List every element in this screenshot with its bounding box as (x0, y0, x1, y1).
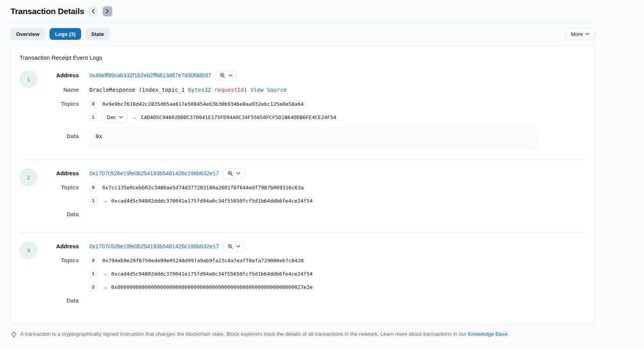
log-address-link[interactable]: 0x1707c526e19fe0b254193b5481426c196b632e… (89, 243, 219, 249)
topic-row: 1 Dec → CAD4D5C94802DDDC370041E175FD94A0… (37, 112, 585, 123)
chevron-down-icon (229, 74, 232, 77)
arrow-right-icon: → (132, 114, 137, 120)
log-index-badge: 3 (20, 241, 37, 259)
event-logs-card: Transaction Receipt Event Logs 1 Address… (11, 45, 594, 324)
tab-overview[interactable]: Overview (11, 28, 45, 40)
event-name: OracleResponse (index_topic_1 bytes32 re… (89, 87, 287, 93)
topic-row: 1 → 0xcad4d5c94802dddc370041e175fd94a0c3… (37, 268, 585, 279)
address-row: Address 0x1707c526e19fe0b254193b5481426c… (37, 167, 585, 179)
address-label: Address (37, 72, 79, 78)
data-row: Data (37, 295, 585, 306)
lightbulb-icon (11, 331, 17, 338)
more-button-label: More (571, 31, 583, 37)
chevron-down-icon (119, 116, 123, 118)
header-divider (11, 22, 594, 22)
tabs-bar: Overview Logs (3) State More (11, 28, 594, 40)
data-label: Data (37, 211, 79, 217)
log-badge-column: 3 (20, 240, 37, 309)
chevron-down-icon (236, 172, 240, 174)
log-index-badge: 2 (20, 168, 37, 186)
address-zoom-button[interactable] (223, 241, 245, 252)
topic-value: 0xcad4d5c94802dddc370041e175fd94a0c34f55… (111, 271, 313, 277)
transaction-details-page: Transaction Details Overview Logs (3) St… (0, 0, 644, 349)
topic-value: 0x00000000000000000000000000000000000000… (111, 284, 313, 290)
address-zoom-button[interactable] (215, 70, 237, 81)
footer-text: A transaction is a cryptographically sig… (20, 331, 509, 337)
arrow-right-icon: → (102, 284, 108, 290)
log-data-value: 0x (96, 133, 102, 139)
topic-value: CAD4D5C94802DDDC370041E175FD94A0C34F5565… (141, 114, 336, 120)
magnifier-plus-icon (227, 171, 233, 176)
view-source-link[interactable]: View Source (250, 87, 287, 93)
more-dropdown-button[interactable]: More (566, 28, 594, 40)
topic-index-badge[interactable]: 0 (89, 183, 97, 191)
topic-index-badge[interactable]: 1 (89, 270, 97, 278)
log-badge-column: 1 (20, 69, 37, 150)
log-badge-column: 2 (20, 167, 37, 223)
address-label: Address (37, 243, 79, 249)
name-row: Name OracleResponse (index_topic_1 bytes… (37, 84, 585, 96)
log-entry: 1 Address 0x46eff99cab332f1b2eb2ff6813d6… (20, 68, 585, 159)
topic-decode-select[interactable]: Dec (102, 112, 128, 123)
chevron-left-icon (92, 9, 95, 14)
chevron-right-icon (106, 9, 109, 14)
address-label: Address (37, 170, 79, 176)
address-row: Address 0x1707c526e19fe0b254193b5481426c… (37, 240, 585, 252)
topics-label: Topics (37, 184, 79, 191)
event-name-segment: OracleResponse (index_topic_1 (89, 87, 188, 93)
log-address-link[interactable]: 0x46eff99cab332f1b2eb2ff6813d67e7d30fdd0… (89, 72, 211, 78)
topics-label: Topics (37, 101, 79, 107)
event-name-segment: bytes32 (188, 87, 211, 93)
chevron-down-icon (585, 33, 589, 35)
topics-label: Topics (37, 257, 79, 264)
topic-index-badge[interactable]: 0 (89, 256, 97, 264)
tab-logs[interactable]: Logs (3) (50, 28, 81, 40)
address-zoom-button[interactable] (223, 168, 245, 179)
address-row: Address 0x46eff99cab332f1b2eb2ff6813d67e… (37, 69, 585, 81)
topic-index-badge[interactable]: 2 (89, 283, 97, 291)
topic-index-badge[interactable]: 0 (89, 100, 97, 108)
data-label: Data (37, 133, 79, 139)
topic-value: 0xcad4d5c94802dddc370041e175fd94a0c34f55… (111, 198, 313, 204)
topic-value: 0x794eb9e29f6750ede99e05248d997a9ab9fa23… (102, 258, 304, 264)
log-entry: 2 Address 0x1707c526e19fe0b254193b548142… (20, 159, 585, 232)
topic-row: Topics 0 0x9e9bc7616d42c2835d05ae617e508… (37, 98, 585, 109)
event-name-segment: requestId (211, 87, 244, 93)
card-title: Transaction Receipt Event Logs (20, 54, 585, 61)
magnifier-plus-icon (227, 244, 233, 249)
topic-index-badge[interactable]: 1 (89, 113, 97, 121)
knowledge-base-link[interactable]: Knowledge Base (468, 331, 507, 337)
footer-note: A transaction is a cryptographically sig… (11, 331, 594, 338)
data-label: Data (37, 297, 79, 304)
data-row: Data 0x (37, 127, 585, 150)
event-name-segment: ) (244, 87, 250, 93)
topic-row: 1 → 0xcad4d5c94802dddc370041e175fd94a0c3… (37, 195, 585, 206)
topic-value: 0x7cc135e0cebb02c3480ae5d74d377283180a26… (102, 185, 304, 191)
page-header: Transaction Details (11, 6, 594, 16)
topic-value: 0x9e9bc7616d42c2835d05ae617e508454e63b30… (102, 101, 304, 107)
topic-row: Topics 0 0x794eb9e29f6750ede99e05248d997… (37, 255, 585, 266)
magnifier-plus-icon (220, 73, 225, 78)
data-row: Data (37, 208, 585, 220)
log-address-link[interactable]: 0x1707c526e19fe0b254193b5481426c196b632e… (89, 170, 219, 176)
arrow-right-icon: → (102, 198, 108, 203)
next-transaction-button[interactable] (103, 6, 112, 16)
topic-row: 2 → 0x0000000000000000000000000000000000… (37, 281, 585, 292)
log-data-box: 0x (89, 127, 537, 150)
log-index-badge: 1 (20, 70, 37, 88)
name-label: Name (37, 87, 79, 93)
tab-state[interactable]: State (86, 28, 110, 40)
log-entry: 3 Address 0x1707c526e19fe0b254193b548142… (20, 232, 585, 309)
logs-list: 1 Address 0x46eff99cab332f1b2eb2ff6813d6… (20, 68, 585, 309)
previous-transaction-button[interactable] (89, 6, 98, 16)
chevron-down-icon (236, 245, 240, 248)
arrow-right-icon: → (102, 271, 108, 276)
topic-row: Topics 0 0x7cc135e0cebb02c3480ae5d74d377… (37, 182, 585, 193)
topic-decode-value: Dec (107, 114, 116, 120)
page-title: Transaction Details (11, 7, 84, 16)
topic-index-badge[interactable]: 1 (89, 197, 97, 205)
